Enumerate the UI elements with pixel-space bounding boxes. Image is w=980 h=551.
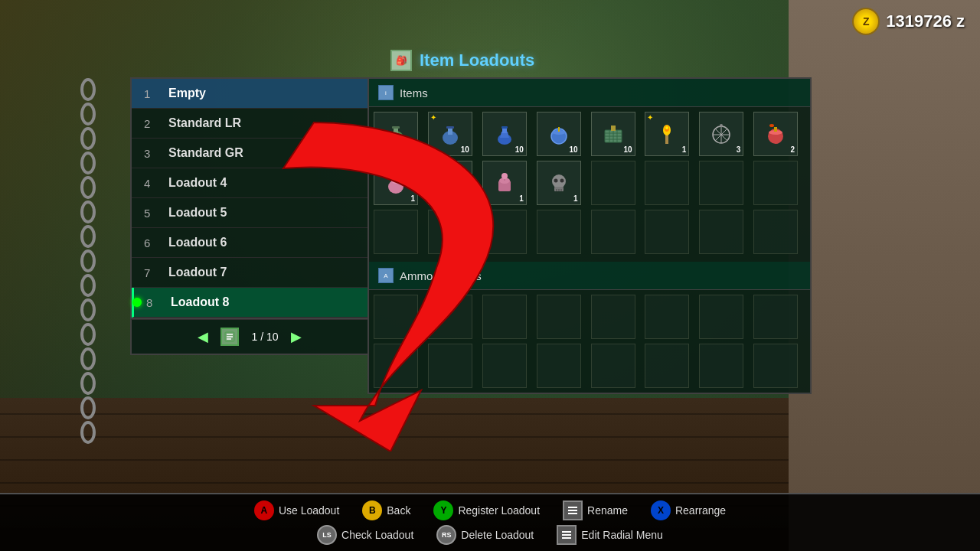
item-qty-11: 1 [519,194,524,203]
svg-point-45 [443,185,458,191]
ammo-cell-15 [699,344,743,388]
ammo-section-icon: A [378,268,394,283]
svg-rect-43 [394,175,397,181]
svg-point-54 [560,179,564,183]
item-grid-row3 [369,210,810,259]
back-label: Back [387,504,410,517]
register-loadout-action[interactable]: Y Register Loadout [433,500,540,520]
loadout-item-2[interactable]: 2 Standard LR [132,109,368,139]
currency-icon: Z [852,8,880,35]
item-cell-9: 1 [374,161,418,205]
b-button: B [362,500,382,520]
loadout-item-3[interactable]: 3 Standard GR [132,139,368,168]
item-qty-2: 10 [461,145,469,154]
rearrange-action[interactable]: X Rearrange [651,500,726,520]
loadout-item-6[interactable]: 6 Loadout 6 [132,228,368,258]
item-cell-2: ✦ 10 [428,112,472,156]
use-loadout-label: Use Loadout [279,504,339,517]
item-cell-11: 1 [482,161,527,205]
ammo-cell-8 [753,295,798,339]
svg-text:i: i [385,90,387,96]
item-cell-12: 1 [537,161,581,205]
item-cell-23 [699,210,743,254]
page-next-button[interactable]: ▶ [291,328,302,345]
back-action[interactable]: B Back [362,500,410,520]
loadout-name-5: Loadout 5 [168,206,227,220]
pagination: ◀ 1 / 10 ▶ [130,319,368,355]
rearrange-label: Rearrange [675,504,726,517]
register-loadout-label: Register Loadout [458,504,540,517]
item-qty-10: 1 [465,194,469,203]
menu-button-2 [557,525,577,545]
rename-label: Rename [587,504,628,517]
item-star-6: ✦ [647,113,653,122]
item-cell-1: 10 [374,112,418,156]
menu-line-2 [568,510,577,511]
svg-rect-8 [392,126,400,129]
a-button: A [254,500,274,520]
loadout-item-5[interactable]: 5 Loadout 5 [132,198,368,228]
item-star-2: ✦ [430,113,436,122]
svg-point-36 [720,124,723,127]
ammo-grid-row2 [369,344,810,393]
edit-radial-action[interactable]: Edit Radial Menu [557,525,663,545]
ammo-cell-9 [374,344,418,388]
check-loadout-label: Check Loadout [341,529,413,541]
ammo-cell-14 [645,344,689,388]
loadout-num-8: 8 [146,296,162,309]
page-icon [220,328,239,346]
item-cell-22 [645,210,689,254]
svg-rect-11 [446,126,454,129]
item-qty-6: 1 [682,145,687,154]
content-row: 1 Empty 2 Standard LR 3 Standard GR 4 Lo… [130,77,812,394]
menu2-line-3 [562,537,571,539]
item-cell-16 [753,161,798,205]
item-cell-7: 3 [699,112,743,156]
ammo-cell-5 [591,295,635,339]
action-row-2: LS Check Loadout RS Delete Loadout Edit … [15,525,965,545]
loadout-name-4: Loadout 4 [168,176,227,190]
svg-text:A: A [384,272,388,279]
item-cell-6: ✦ 1 [645,112,689,156]
main-container: 🎒 Item Loadouts 1 Empty 2 Standard LR 3 … [130,50,812,394]
svg-point-44 [394,173,398,176]
loadout-item-8[interactable]: 8 Loadout 8 [132,288,368,318]
item-qty-5: 10 [623,145,632,154]
delete-loadout-action[interactable]: RS Delete Loadout [436,525,534,545]
loadout-name-2: Standard LR [168,116,241,130]
menu-button [563,500,583,520]
loadout-item-7[interactable]: 7 Loadout 7 [132,258,368,288]
ammo-cell-2 [428,295,472,339]
item-grid-row1: 10 ✦ 10 [369,107,810,161]
loadout-name-6: Loadout 6 [168,236,227,249]
item-qty-3: 10 [515,145,524,154]
item-qty-1: 10 [407,145,415,154]
item-qty-9: 1 [410,194,415,203]
check-loadout-action[interactable]: LS Check Loadout [317,525,413,545]
item-cell-10: 1 [428,161,472,205]
use-loadout-action[interactable]: A Use Loadout [254,500,339,520]
ammo-cell-11 [482,344,527,388]
delete-loadout-label: Delete Loadout [461,529,534,541]
loadout-item-4[interactable]: 4 Loadout 4 [132,168,368,198]
item-cell-13 [591,161,635,205]
rename-action[interactable]: Rename [563,500,628,520]
ammo-cell-3 [482,295,527,339]
ammo-cell-13 [591,344,635,388]
item-qty-4: 10 [570,145,578,154]
svg-point-51 [552,174,566,188]
page-prev-button[interactable]: ◀ [198,328,208,345]
active-dot [132,298,142,307]
loadout-item-1[interactable]: 1 Empty [132,79,368,109]
items-panel: i Items 10 ✦ [368,77,812,394]
currency-amount: 1319726 z [886,11,965,31]
svg-point-53 [554,179,557,183]
item-cell-3: 10 [482,112,527,156]
loadout-name-7: Loadout 7 [168,266,227,279]
svg-point-40 [769,124,774,127]
item-cell-14 [645,161,689,205]
ammo-cell-12 [537,344,581,388]
item-cell-18 [428,210,472,254]
menu-line-3 [568,513,577,514]
x-button: X [651,500,671,520]
